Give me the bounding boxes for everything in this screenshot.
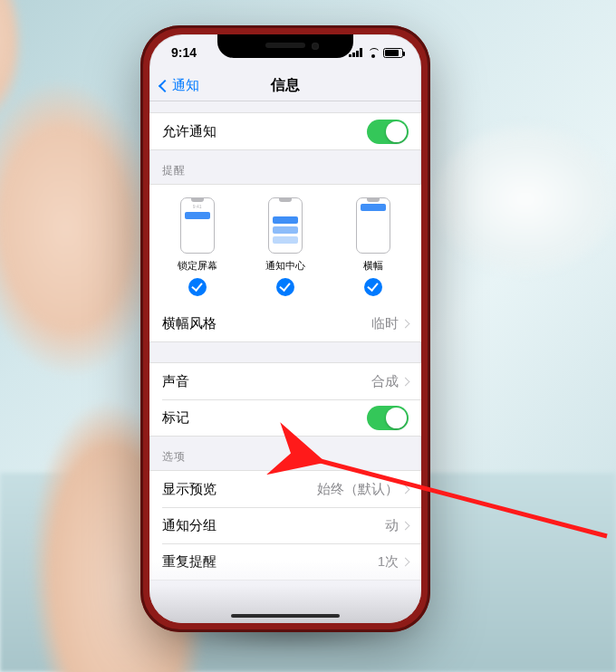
badge-switch[interactable] <box>367 406 409 430</box>
background-blob <box>435 127 616 272</box>
wifi-icon <box>367 48 380 57</box>
navigation-bar: 通知 信息 <box>149 71 421 101</box>
device-notch <box>217 34 353 58</box>
chevron-right-icon <box>401 377 410 386</box>
banner-style-row[interactable]: 横幅风格 临时 <box>149 305 421 341</box>
chevron-right-icon <box>401 319 410 328</box>
alert-style-row: 9:41 锁定屏幕 通知中心 <box>149 185 421 305</box>
battery-icon <box>383 48 403 58</box>
allow-notifications-switch[interactable] <box>367 120 409 144</box>
notification-center-preview-icon <box>268 197 303 254</box>
notification-grouping-row[interactable]: 通知分组 动 <box>149 507 421 543</box>
home-indicator[interactable] <box>231 614 340 618</box>
banner-style-value: 临时 <box>371 315 399 332</box>
show-preview-row[interactable]: 显示预览 始终（默认） <box>149 471 421 507</box>
iphone-device: 9:14 通知 信息 允许通知 提醒 <box>140 25 430 632</box>
notification-grouping-label: 通知分组 <box>162 517 217 534</box>
alerts-header: 提醒 <box>149 150 421 184</box>
badge-label: 标记 <box>162 409 189 427</box>
alert-option-banner[interactable]: 横幅 <box>337 197 409 296</box>
chevron-right-icon <box>401 485 410 494</box>
show-preview-value: 始终（默认） <box>317 481 399 498</box>
checkmark-icon <box>188 278 207 296</box>
checkmark-icon <box>276 278 294 296</box>
notification-grouping-value: 动 <box>385 517 399 534</box>
sound-row[interactable]: 声音 合成 <box>149 363 421 399</box>
show-preview-label: 显示预览 <box>162 481 217 498</box>
alert-option-notification-center[interactable]: 通知中心 <box>249 197 322 296</box>
sound-value: 合成 <box>371 373 399 390</box>
badge-row[interactable]: 标记 <box>149 399 421 436</box>
banner-style-label: 横幅风格 <box>162 315 217 332</box>
page-title: 信息 <box>271 76 300 95</box>
chevron-right-icon <box>401 521 410 530</box>
sound-label: 声音 <box>162 373 189 390</box>
settings-content[interactable]: 允许通知 提醒 9:41 锁定屏幕 <box>149 101 421 623</box>
alert-option-label: 通知中心 <box>265 259 305 273</box>
alert-option-lockscreen[interactable]: 9:41 锁定屏幕 <box>161 197 234 296</box>
options-header: 选项 <box>149 437 421 470</box>
allow-notifications-row[interactable]: 允许通知 <box>149 113 421 149</box>
back-label: 通知 <box>172 77 199 94</box>
checkmark-icon <box>364 278 382 296</box>
screen: 9:14 通知 信息 允许通知 提醒 <box>149 34 421 623</box>
back-button[interactable]: 通知 <box>155 71 199 101</box>
chevron-left-icon <box>159 79 171 91</box>
alert-option-label: 横幅 <box>363 259 383 273</box>
status-time: 9:14 <box>171 45 197 60</box>
banner-preview-icon <box>356 197 390 254</box>
alert-option-label: 锁定屏幕 <box>178 259 217 273</box>
lockscreen-preview-icon: 9:41 <box>180 197 215 254</box>
allow-notifications-label: 允许通知 <box>162 123 217 140</box>
